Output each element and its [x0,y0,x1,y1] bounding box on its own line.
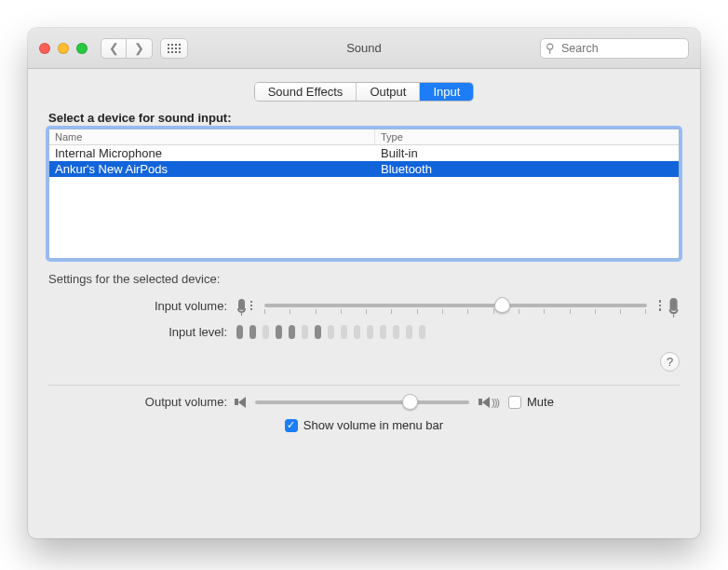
preferences-window: ❮ ❯ Sound ⚲ Sound Effects Output Input S… [28,28,700,538]
column-name[interactable]: Name [49,129,375,144]
minimize-window-button[interactable] [58,43,69,54]
grid-icon [168,44,181,53]
device-type: Built-in [375,145,679,161]
sound-dots-small-icon [250,301,252,310]
list-header: Name Type [49,129,679,145]
main-panel: Select a device for sound input: Name Ty… [48,111,680,372]
table-row[interactable]: Ankur's New AirPods Bluetooth [49,161,679,177]
mute-checkbox[interactable] [508,396,521,409]
slider-thumb[interactable] [402,394,418,410]
device-type: Bluetooth [375,161,679,177]
divider [48,385,680,386]
speaker-loud-icon: ))) [479,397,499,408]
close-window-button[interactable] [39,43,50,54]
search-field-wrap: ⚲ [540,38,689,59]
device-name: Internal Microphone [49,145,375,161]
input-level-meter [236,325,425,339]
nav-buttons: ❮ ❯ [101,38,153,59]
chevron-left-icon: ❮ [109,42,119,54]
mute-label: Mute [527,395,554,409]
input-device-list[interactable]: Name Type Internal Microphone Built-in A… [48,129,680,259]
column-type[interactable]: Type [375,129,679,144]
input-volume-label: Input volume: [48,299,235,313]
input-level-label: Input level: [48,325,235,339]
select-device-label: Select a device for sound input: [48,111,680,125]
search-icon: ⚲ [546,41,555,55]
device-name: Ankur's New AirPods [49,161,375,177]
help-button[interactable]: ? [660,352,680,372]
tab-input[interactable]: Input [420,83,473,101]
show-all-button[interactable] [160,38,188,59]
forward-button[interactable]: ❯ [127,38,153,59]
back-button[interactable]: ❮ [101,38,127,59]
titlebar: ❮ ❯ Sound ⚲ [28,28,700,69]
settings-label: Settings for the selected device: [48,272,680,286]
microphone-quiet-icon [235,295,248,316]
search-input[interactable] [540,38,689,59]
table-row[interactable]: Internal Microphone Built-in [49,145,679,161]
microphone-loud-icon [666,293,681,317]
tabs: Sound Effects Output Input [28,82,700,102]
input-level-row: Input level: [48,325,680,339]
tab-bar: Sound Effects Output Input [254,82,475,102]
slider-thumb[interactable] [494,297,510,313]
tab-sound-effects[interactable]: Sound Effects [255,83,357,101]
output-volume-section: Output volume: ))) Mute ✓ Show volume in… [48,395,680,432]
output-volume-label: Output volume: [48,395,235,409]
mute-control: Mute [508,395,554,409]
sound-dots-large-icon [659,300,662,311]
output-volume-slider[interactable] [255,400,469,404]
chevron-right-icon: ❯ [134,42,144,54]
input-volume-row: Input volume: [48,295,680,316]
show-volume-menu-label: Show volume in menu bar [303,418,443,432]
show-volume-menu-row: ✓ Show volume in menu bar [48,418,680,432]
output-volume-row: Output volume: ))) Mute [48,395,680,409]
tab-output[interactable]: Output [357,83,420,101]
input-volume-slider[interactable] [264,304,647,307]
show-volume-menu-checkbox[interactable]: ✓ [285,419,298,432]
window-controls [39,43,88,54]
zoom-window-button[interactable] [76,43,88,54]
speaker-quiet-icon [235,397,246,408]
